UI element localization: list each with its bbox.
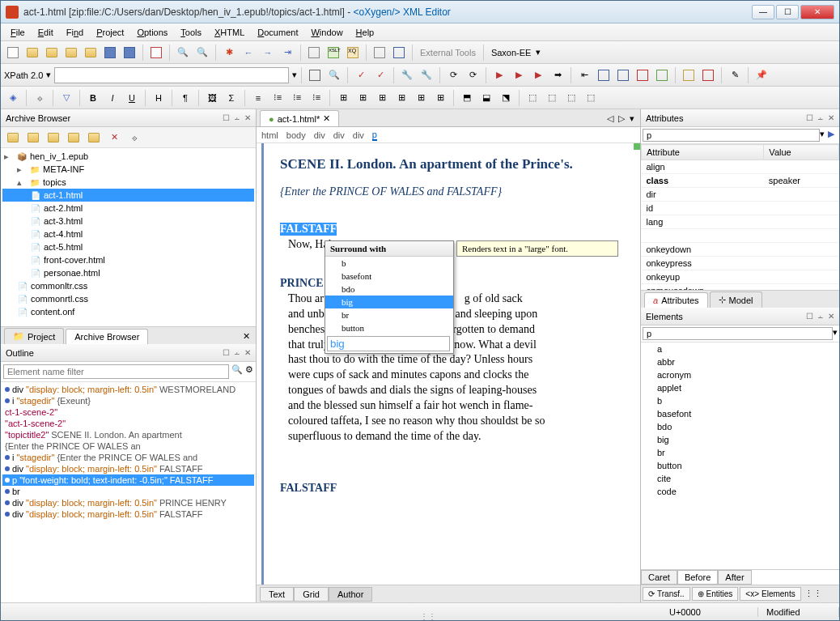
view-tab-text[interactable]: Text [260,587,294,602]
view-tab-grid[interactable]: Grid [294,587,329,602]
sql-button[interactable] [371,44,388,62]
elem-item[interactable]: abbr [641,355,839,368]
refresh-button-2[interactable]: ⟳ [464,66,482,84]
attr-element-input[interactable] [643,129,820,142]
panel-close-icon[interactable]: ✕ [244,113,251,122]
outline-close-icon[interactable]: ✕ [244,348,251,357]
archive-settings-icon[interactable]: ⟐ [125,129,143,147]
wrench-button[interactable]: 🔧 [398,66,416,84]
open-button[interactable] [23,44,41,62]
split-button-2[interactable]: ⬚ [543,89,561,107]
grid-button[interactable] [305,44,323,62]
tb-btn-b[interactable]: 🔍 [325,66,343,84]
elem-item[interactable]: code [641,485,839,498]
validate-button[interactable]: ✓ [352,66,370,84]
format-button[interactable] [595,66,613,84]
elem-item[interactable]: b [641,394,839,407]
menu-options[interactable]: Options [130,26,174,39]
list-button-3[interactable]: ⁝≡ [288,89,306,107]
archive-add-icon[interactable] [65,129,83,147]
archive-delete-icon[interactable]: ✕ [105,129,123,147]
pin-button[interactable]: 📌 [753,66,770,84]
btab-entities[interactable]: ⊕ Entities [692,587,739,601]
tree-item-act-3[interactable]: 📄act-3.html [2,215,254,228]
format-button-4[interactable] [653,66,671,84]
save-button[interactable] [101,44,119,62]
heading-button[interactable]: H [150,89,168,107]
panel-min-icon[interactable]: ☐ [223,113,230,122]
table-button-1[interactable]: ⊞ [334,89,352,107]
table-button-5[interactable]: ⊞ [412,89,430,107]
outline-tree[interactable]: div "display: block; margin-left: 0.5in"… [1,382,256,602]
attributes-table[interactable]: AttributeValue align classspeaker dir id… [641,144,839,290]
xpath-dropdown-icon[interactable]: ▾ [46,70,51,80]
popup-item-bdo[interactable]: bdo [325,283,453,296]
elem-item[interactable]: bdo [641,420,839,433]
tag-button[interactable]: ◈ [4,89,22,107]
validate-button-2[interactable]: ✓ [371,66,389,84]
find-replace-button[interactable]: 🔍 [193,44,211,62]
run-button[interactable]: ▶ [490,66,508,84]
external-tools-label[interactable]: External Tools [417,48,479,57]
wrench-button-2[interactable]: 🔧 [418,66,435,84]
tb-btn-a[interactable] [306,66,324,84]
list-button-4[interactable]: ⁝≡ [308,89,325,107]
minimize-button[interactable]: — [752,5,774,19]
open-find-button[interactable] [82,44,100,62]
check-button[interactable] [147,44,165,62]
archive-close-icon[interactable] [45,129,62,147]
tree-item-content[interactable]: 📄content.onf [2,305,254,318]
table-button-3[interactable]: ⊞ [373,89,391,107]
table-button-6[interactable]: ⊞ [431,89,449,107]
menu-project[interactable]: Project [90,26,130,39]
italic-button[interactable]: I [104,89,121,107]
elem-close-icon[interactable]: ✕ [828,312,834,321]
forward-button[interactable]: → [259,44,277,62]
tree-item-act-4[interactable]: 📄act-4.html [2,228,254,240]
format-button-2[interactable] [614,66,632,84]
join-button-1[interactable]: ⬒ [458,89,476,107]
tree-item-act-2[interactable]: 📄act-2.html [2,202,254,215]
equation-button[interactable]: Σ [223,89,240,107]
elem-item[interactable]: big [641,433,839,446]
tag-view-button[interactable]: ⟐ [31,89,49,107]
elem-element-input[interactable] [643,327,833,340]
find-button[interactable]: 🔍 [174,44,192,62]
outline-selected-item[interactable]: p "font-weight: bold; text-indent: -0.5i… [2,474,254,486]
last-button[interactable]: ⇥ [278,44,296,62]
search-icon[interactable]: 🔍 [231,364,243,379]
tab-close-icon[interactable]: ✕ [240,329,252,344]
doc-button[interactable] [680,66,698,84]
elem-item[interactable]: br [641,446,839,459]
elem-min-icon[interactable]: ☐ [806,312,813,321]
split-button-1[interactable]: ⬚ [524,89,541,107]
format-button-3[interactable] [634,66,651,84]
list-button-1[interactable]: ≡ [249,89,267,107]
btab-transf[interactable]: ⟳ Transf.. [643,587,690,601]
elem-pin-icon[interactable]: ⫠ [817,312,825,321]
xpath-input[interactable] [54,67,289,83]
menu-document[interactable]: Document [251,26,304,39]
menu-help[interactable]: Help [350,26,381,39]
tab-nav-next-icon[interactable]: ▷ [616,111,627,126]
archive-extract-icon[interactable] [85,129,103,147]
menu-window[interactable]: Window [304,26,349,39]
run-button-4[interactable]: ➡ [549,66,566,84]
elem-item[interactable]: cite [641,472,839,485]
archive-tree[interactable]: ▸📦hen_iv_1.epub ▸📁META-INF ▴📁topics 📄act… [1,148,256,326]
tab-archive-browser[interactable]: Archive Browser [66,329,148,344]
dropdown-icon[interactable]: ▾ [536,47,541,57]
popup-item-b[interactable]: b [325,257,453,270]
close-button[interactable]: ✕ [800,5,834,19]
table-button-2[interactable]: ⊞ [354,89,371,107]
popup-item-br[interactable]: br [325,308,453,321]
para-button[interactable]: ¶ [176,89,194,107]
attr-min-icon[interactable]: ☐ [806,113,813,122]
menu-file[interactable]: File [4,26,32,39]
tab-attributes[interactable]: a Attributes [644,292,708,308]
elem-item[interactable]: button [641,459,839,472]
tab-project[interactable]: 📁Project [4,328,64,344]
panel-pin-icon[interactable]: ⫠ [233,113,241,122]
elem-item[interactable]: basefont [641,407,839,420]
join-button-2[interactable]: ⬓ [477,89,495,107]
